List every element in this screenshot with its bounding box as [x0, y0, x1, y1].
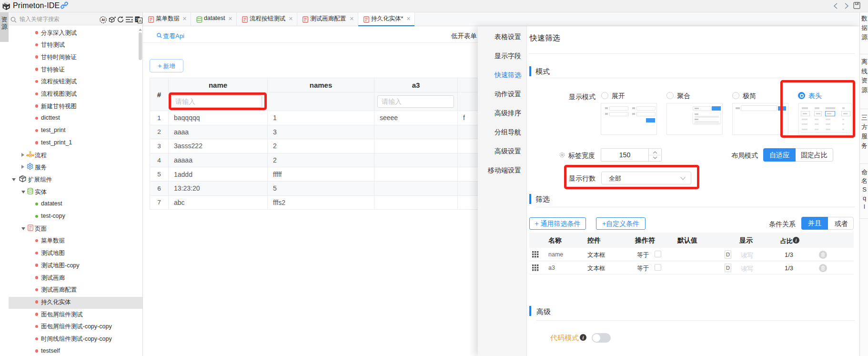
svg-text:AI: AI [101, 18, 105, 21]
svg-text:A: A [139, 19, 141, 23]
svg-text:i: i [583, 335, 584, 340]
svg-text:i: i [796, 238, 797, 243]
